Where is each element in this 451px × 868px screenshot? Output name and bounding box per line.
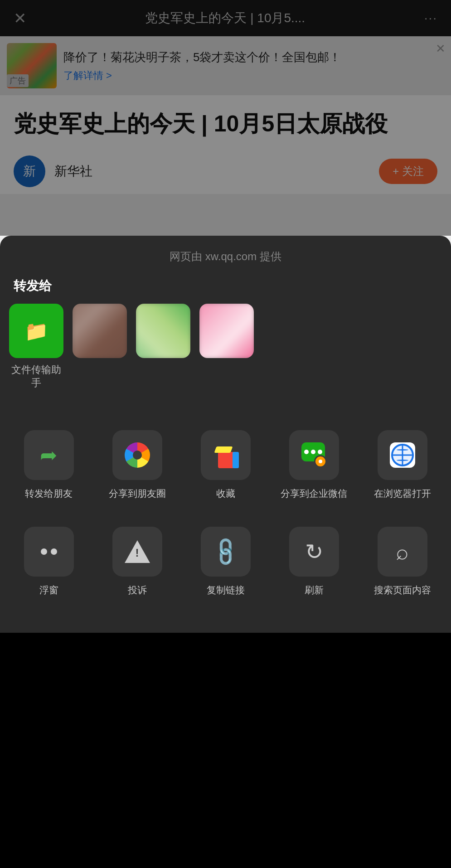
link-chain-icon: 🔗 xyxy=(209,535,243,569)
action-grid-row2: 浮窗 ! 投诉 🔗 复制链接 xyxy=(0,513,451,614)
float-icon-box xyxy=(24,527,74,577)
moments-icon-box xyxy=(112,430,162,480)
action-copy-link[interactable]: 🔗 复制链接 xyxy=(181,518,270,605)
forward-friend-icon-box: ➦ xyxy=(24,430,74,480)
refresh-icon-box: ↻ xyxy=(289,527,339,577)
float-label: 浮窗 xyxy=(39,584,58,596)
browser-icon-box xyxy=(378,430,427,480)
contact-file-transfer[interactable]: 📁 文件传输助手 xyxy=(9,304,63,389)
browser-globe-icon xyxy=(390,442,415,468)
copy-link-icon-box: 🔗 xyxy=(201,527,251,577)
search-page-label: 搜索页面内容 xyxy=(374,584,431,596)
forward-section-label: 转发给 xyxy=(0,273,451,304)
action-moments[interactable]: 分享到朋友圈 xyxy=(93,421,181,509)
moments-wheel-icon xyxy=(125,442,150,468)
action-search-page[interactable]: ⌕ 搜索页面内容 xyxy=(358,518,446,605)
collect-label: 收藏 xyxy=(216,487,235,499)
search-page-icon-box: ⌕ xyxy=(378,527,427,577)
forward-friend-label: 转发给朋友 xyxy=(25,487,73,499)
contact-blurred-2[interactable] xyxy=(136,304,190,364)
warning-triangle-icon: ! xyxy=(125,540,150,563)
blurred-avatar-3 xyxy=(199,304,254,358)
forward-arrow-icon: ➦ xyxy=(40,443,58,467)
enterprise-wechat-icon xyxy=(301,442,327,468)
refresh-label: 刷新 xyxy=(305,584,324,596)
modal-backdrop[interactable] xyxy=(0,0,451,236)
copy-link-label: 复制链接 xyxy=(207,584,245,596)
folder-icon: 📁 xyxy=(24,320,48,342)
share-modal-overlay: 网页由 xw.qq.com 提供 转发给 📁 文件传输助手 xyxy=(0,0,451,868)
enterprise-label: 分享到企业微信 xyxy=(281,487,347,499)
modal-source-label: 网页由 xw.qq.com 提供 xyxy=(0,236,451,273)
action-forward-friend[interactable]: ➦ 转发给朋友 xyxy=(5,421,93,509)
file-transfer-label: 文件传输助手 xyxy=(9,364,63,389)
blurred-avatar-1 xyxy=(73,304,127,358)
contact-blurred-3[interactable] xyxy=(199,304,254,364)
browser-label: 在浏览器打开 xyxy=(374,487,431,499)
report-label: 投诉 xyxy=(128,584,147,596)
file-transfer-avatar: 📁 xyxy=(9,304,63,358)
collect-3d-icon xyxy=(213,443,238,467)
report-icon-box: ! xyxy=(112,527,162,577)
action-collect[interactable]: 收藏 xyxy=(181,421,270,509)
action-float[interactable]: 浮窗 xyxy=(5,518,93,605)
action-refresh[interactable]: ↻ 刷新 xyxy=(270,518,358,605)
share-sheet: 网页由 xw.qq.com 提供 转发给 📁 文件传输助手 xyxy=(0,236,451,633)
action-browser[interactable]: 在浏览器打开 xyxy=(358,421,446,509)
contact-blurred-1[interactable] xyxy=(73,304,127,364)
action-enterprise[interactable]: 分享到企业微信 xyxy=(270,421,358,509)
refresh-circular-icon: ↻ xyxy=(305,539,323,564)
action-report[interactable]: ! 投诉 xyxy=(93,518,181,605)
blurred-avatar-2 xyxy=(136,304,190,358)
dots-icon xyxy=(41,548,57,555)
enterprise-icon-box xyxy=(289,430,339,480)
contacts-row: 📁 文件传输助手 xyxy=(0,304,451,403)
search-magnifier-icon: ⌕ xyxy=(396,539,409,564)
action-grid-row1: ➦ 转发给朋友 分享到朋友圈 xyxy=(0,412,451,513)
moments-label: 分享到朋友圈 xyxy=(109,487,166,499)
collect-icon-box xyxy=(201,430,251,480)
